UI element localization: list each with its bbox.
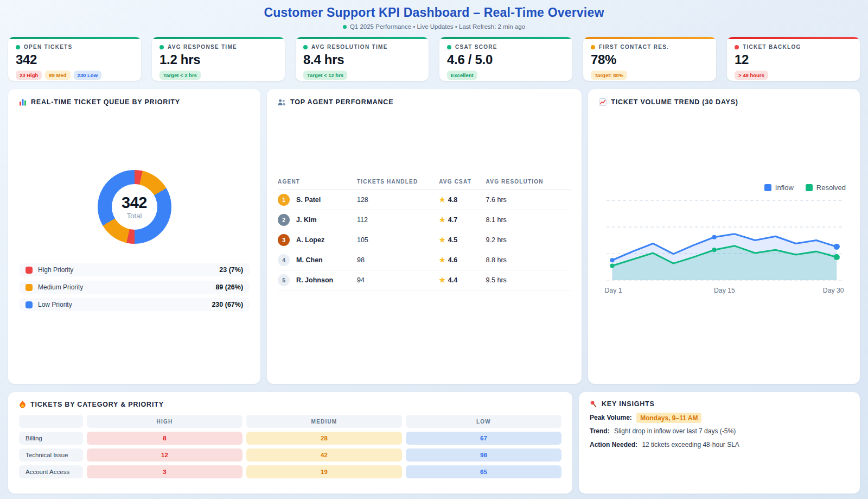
rank-badge: 5 xyxy=(278,274,290,286)
agents-table: AGENT TICKETS HANDLED AVG CSAT AVG RESOL… xyxy=(278,179,571,290)
avg-resolution-value: 7.6 hrs xyxy=(486,190,571,210)
agent-name: M. Chen xyxy=(296,256,323,264)
matrix-cell: 28 xyxy=(246,432,402,445)
csat-value: 4.6 xyxy=(448,256,457,264)
donut-total-label: Total xyxy=(127,212,142,220)
fire-icon xyxy=(19,400,26,408)
agent-name: A. Lopez xyxy=(296,236,324,244)
kpi-label: AVG RESOLUTION TIME xyxy=(311,44,388,50)
dashboard-page: Customer Support KPI Dashboard – Real-Ti… xyxy=(0,0,868,494)
priority-legend: High Priority 23 (7%) Medium Priority 89… xyxy=(19,263,250,311)
page-subtitle: Q1 2025 Performance • Live Updates • Las… xyxy=(8,23,860,30)
matrix-cell: 12 xyxy=(87,449,242,462)
kpi-value: 78% xyxy=(591,52,709,67)
kpi-badge: > 48 hours xyxy=(735,71,768,80)
pushpin-icon xyxy=(590,400,597,408)
matrix-cell: 19 xyxy=(246,465,402,478)
legend-item-inflow[interactable]: Inflow xyxy=(764,184,794,192)
column-header-avg-resolution: AVG RESOLUTION xyxy=(486,179,571,190)
panel-title-text: REAL-TIME TICKET QUEUE BY PRIORITY xyxy=(31,98,180,106)
low-priority-swatch-icon xyxy=(25,301,33,308)
column-header-medium: MEDIUM xyxy=(246,415,402,428)
live-status-dot-icon xyxy=(343,25,347,29)
kpi-label: FIRST CONTACT RES. xyxy=(599,44,669,50)
page-subtitle-text: Q1 2025 Performance • Live Updates • Las… xyxy=(350,23,525,30)
legend-label: Inflow xyxy=(775,184,794,192)
legend-label: Resolved xyxy=(816,184,846,192)
legend-value: 89 (26%) xyxy=(215,283,243,291)
resolved-swatch-icon xyxy=(806,184,813,191)
main-row: REAL-TIME TICKET QUEUE BY PRIORITY 342 T… xyxy=(8,89,860,384)
tickets-handled-value: 94 xyxy=(357,270,439,290)
legend-label: Low Priority xyxy=(38,301,212,308)
status-dot-icon xyxy=(303,45,308,49)
insight-value: Slight drop in inflow over last 7 days (… xyxy=(614,427,736,435)
agent-performance-panel-title: TOP AGENT PERFORMANCE xyxy=(278,98,571,106)
kpi-card-ticket-backlog: TICKET BACKLOG 12 > 48 hours xyxy=(727,37,860,81)
avg-resolution-value: 9.2 hrs xyxy=(486,230,571,250)
ticket-queue-panel-title: REAL-TIME TICKET QUEUE BY PRIORITY xyxy=(19,98,250,106)
kpi-card-csat-score: CSAT SCORE 4.6 / 5.0 Excellent xyxy=(439,37,572,81)
agents-table-header-row: AGENT TICKETS HANDLED AVG CSAT AVG RESOL… xyxy=(278,179,571,190)
donut-total-value: 342 xyxy=(122,194,147,212)
kpi-value: 1.2 hrs xyxy=(159,52,277,67)
matrix-cell: 8 xyxy=(87,432,242,445)
kpi-label: AVG RESPONSE TIME xyxy=(168,44,237,50)
legend-row-medium: Medium Priority 89 (26%) xyxy=(19,281,250,294)
legend-value: 23 (7%) xyxy=(219,266,243,274)
category-label-account-access: Account Access xyxy=(19,465,83,478)
kpi-label: TICKET BACKLOG xyxy=(743,44,801,50)
donut-center: 342 Total xyxy=(112,184,157,230)
legend-row-high: High Priority 23 (7%) xyxy=(19,263,250,276)
table-row: 5R. Johnson 94 ★4.4 9.5 hrs xyxy=(278,270,571,290)
agent-name: J. Kim xyxy=(296,216,317,224)
kpi-label: OPEN TICKETS xyxy=(24,44,73,50)
csat-value: 4.7 xyxy=(448,216,457,224)
avg-resolution-value: 8.1 hrs xyxy=(486,210,571,230)
insight-value-highlighted: Mondays, 9–11 AM xyxy=(636,413,701,423)
category-label-technical-issue: Technical Issue xyxy=(19,449,83,462)
inflow-swatch-icon xyxy=(764,184,771,191)
kpi-badge: Target < 12 hrs xyxy=(303,71,347,80)
volume-trend-panel: TICKET VOLUME TREND (30 DAYS) Inflow Res… xyxy=(588,89,860,384)
kpi-row: OPEN TICKETS 342 23 High 89 Med 230 Low … xyxy=(8,37,860,81)
avg-resolution-value: 9.5 hrs xyxy=(486,270,571,290)
status-dot-icon xyxy=(591,45,595,49)
volume-trend-chart: Day 1Day 15Day 30 xyxy=(599,195,849,299)
agent-name: R. Johnson xyxy=(296,276,333,284)
tickets-handled-value: 112 xyxy=(357,210,439,230)
status-dot-icon xyxy=(16,45,20,49)
kpi-value: 4.6 / 5.0 xyxy=(447,52,565,67)
svg-text:Day 1: Day 1 xyxy=(605,287,622,294)
star-icon: ★ xyxy=(439,256,445,264)
category-label-billing: Billing xyxy=(19,432,83,445)
insight-value: 12 tickets exceeding 48-hour SLA xyxy=(642,441,739,449)
kpi-value: 12 xyxy=(735,52,852,67)
agents-icon xyxy=(278,99,286,106)
kpi-card-avg-response-time: AVG RESPONSE TIME 1.2 hrs Target < 2 hrs xyxy=(152,37,285,81)
matrix-cell: 67 xyxy=(406,432,561,445)
legend-label: Medium Priority xyxy=(38,283,215,291)
kpi-card-open-tickets: OPEN TICKETS 342 23 High 89 Med 230 Low xyxy=(8,37,141,81)
bottom-row: TICKETS BY CATEGORY & PRIORITY HIGH MEDI… xyxy=(8,392,860,494)
category-priority-matrix: HIGH MEDIUM LOW Billing 8 28 67 Technica… xyxy=(19,415,561,478)
column-header-agent: AGENT xyxy=(278,179,357,190)
insight-label: Action Needed: xyxy=(590,441,637,449)
matrix-cell: 65 xyxy=(406,465,561,478)
csat-value: 4.8 xyxy=(448,196,457,204)
trend-chart-icon xyxy=(599,98,607,106)
insight-peak-volume: Peak Volume: Mondays, 9–11 AM xyxy=(590,414,849,421)
trend-legend: Inflow Resolved xyxy=(599,184,849,192)
kpi-card-avg-resolution-time: AVG RESOLUTION TIME 8.4 hrs Target < 12 … xyxy=(296,37,429,81)
status-dot-icon xyxy=(159,45,164,49)
column-header-high: HIGH xyxy=(87,415,242,428)
agent-name: S. Patel xyxy=(296,196,321,204)
ticket-queue-panel: REAL-TIME TICKET QUEUE BY PRIORITY 342 T… xyxy=(8,89,260,384)
kpi-badge: 230 Low xyxy=(74,71,102,80)
insight-label: Peak Volume: xyxy=(590,414,632,421)
insight-label: Trend: xyxy=(590,427,610,435)
key-insights-panel: KEY INSIGHTS Peak Volume: Mondays, 9–11 … xyxy=(579,392,860,494)
priority-donut-chart: 342 Total xyxy=(98,170,171,244)
svg-text:Day 30: Day 30 xyxy=(823,287,844,294)
legend-item-resolved[interactable]: Resolved xyxy=(806,184,846,192)
